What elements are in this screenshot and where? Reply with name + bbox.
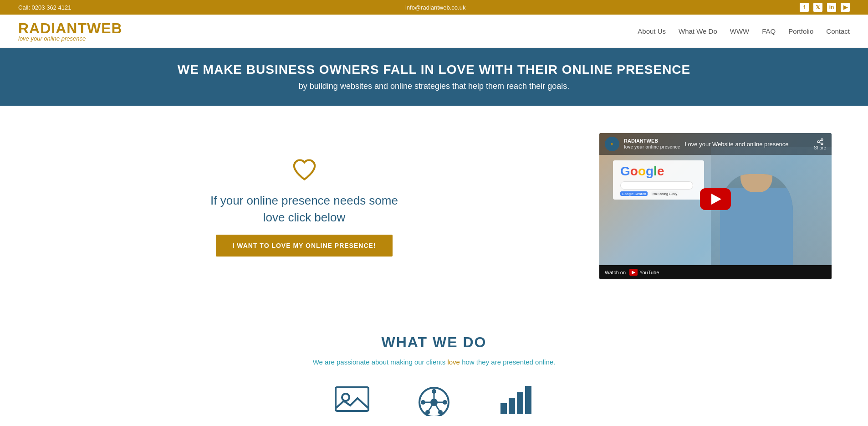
hero-headline: WE MAKE BUSINESS OWNERS FALL IN LOVE WIT… (18, 62, 850, 77)
services-icons-row (18, 384, 850, 425)
icon-seo (498, 384, 534, 416)
video-placeholder: R RADIANTWEB love your online presence L… (599, 133, 832, 265)
section-title: WHAT WE DO (18, 334, 850, 351)
phone-text: Call: 0203 362 4121 (18, 4, 71, 11)
youtube-label: YouTube (639, 270, 659, 275)
header: RADIANTWEB love your online presence Abo… (0, 15, 868, 48)
hero-banner: WE MAKE BUSINESS OWNERS FALL IN LOVE WIT… (0, 48, 868, 106)
main-left-text: If your online presence needs some love … (209, 192, 400, 226)
facebook-icon[interactable]: f (800, 3, 809, 12)
digital-strategy-icon (416, 384, 452, 416)
logo[interactable]: RADIANTWEB love your online presence (18, 20, 123, 42)
web-design-icon (334, 384, 370, 416)
watch-on-label: Watch on (605, 270, 626, 275)
svg-rect-21 (517, 392, 523, 414)
subtitle-post: how they are presented online. (460, 358, 555, 366)
nav-portfolio[interactable]: Portfolio (788, 27, 813, 35)
google-mockup: Google Google Search I'm Feeling Lucky (613, 160, 704, 200)
svg-rect-5 (336, 387, 368, 411)
linkedin-icon[interactable]: in (827, 3, 836, 12)
logo-web: WEB (87, 20, 123, 36)
subtitle-love: love (445, 358, 460, 366)
logo-tagline: love your online presence (18, 35, 123, 42)
video-container[interactable]: R RADIANTWEB love your online presence L… (599, 133, 832, 279)
youtube-icon[interactable]: ▶ (841, 3, 850, 12)
left-content: If your online presence needs some love … (36, 156, 572, 257)
svg-point-1 (817, 141, 819, 143)
logo-radiant: RADIANT (18, 20, 87, 36)
nav-what-we-do[interactable]: What We Do (679, 27, 717, 35)
play-button[interactable] (700, 188, 731, 210)
section-subtitle: We are passionate about making our clien… (18, 358, 850, 366)
svg-point-6 (342, 394, 349, 401)
what-we-do-section: WHAT WE DO We are passionate about makin… (0, 307, 868, 426)
heart-icon (291, 156, 318, 183)
video-channel-name: RADIANTWEB love your online presence (624, 138, 680, 149)
subtitle-clients: our clients (414, 358, 445, 366)
svg-line-3 (819, 142, 821, 144)
hero-subtext: by building websites and online strategi… (18, 82, 850, 91)
svg-point-0 (821, 139, 823, 140)
nav-www[interactable]: WWW (730, 27, 749, 35)
email-text: info@radiantweb.co.uk (405, 4, 465, 11)
svg-rect-19 (500, 403, 507, 414)
video-bottom-bar: Watch on ▶ YouTube (599, 265, 832, 279)
svg-point-2 (821, 143, 823, 144)
twitter-icon[interactable]: 𝕏 (813, 3, 822, 12)
nav-contact[interactable]: Contact (826, 27, 850, 35)
channel-logo: R (605, 137, 619, 151)
svg-rect-20 (509, 398, 515, 414)
svg-rect-22 (525, 386, 531, 414)
main-nav: About Us What We Do WWW FAQ Portfolio Co… (638, 27, 850, 35)
icon-digital-strategy (416, 384, 452, 416)
subtitle-pre: We are passionate about making (313, 358, 414, 366)
svg-line-4 (819, 140, 821, 141)
icon-web-design (334, 384, 370, 416)
top-bar: Call: 0203 362 4121 info@radiantweb.co.u… (0, 0, 868, 15)
main-section: If your online presence needs some love … (0, 106, 868, 307)
seo-icon (498, 384, 534, 416)
youtube-logo[interactable]: ▶ YouTube (629, 269, 659, 276)
nav-faq[interactable]: FAQ (762, 27, 776, 35)
cta-button[interactable]: I WANT TO LOVE MY ONLINE PRESENCE! (216, 235, 392, 257)
nav-about[interactable]: About Us (638, 27, 666, 35)
